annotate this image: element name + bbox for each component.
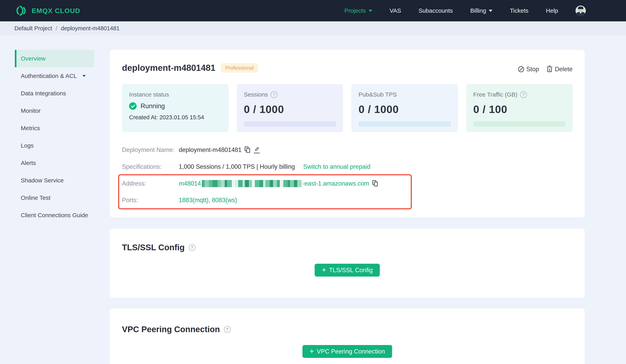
sidebar-item-label: Authentication & ACL bbox=[21, 73, 77, 79]
deployment-actions: Stop Delete bbox=[518, 66, 573, 73]
censored-pixel-block bbox=[290, 180, 294, 187]
sidebar-item-label: Monitor bbox=[21, 108, 40, 114]
sidebar-item-logs[interactable]: Logs bbox=[15, 137, 94, 154]
deployment-name-value: deployment-m4801481 ✎ bbox=[179, 146, 260, 153]
deployment-name-text: deployment-m4801481 bbox=[179, 146, 241, 153]
tls-ssl-title-row: TLS/SSL Config ? bbox=[122, 243, 196, 252]
tls-ssl-section: TLS/SSL Config ? + TLS/SSL Config bbox=[110, 228, 585, 298]
switch-annual-prepaid-link[interactable]: Switch to annual prepaid bbox=[303, 163, 370, 170]
nav-item-label: Billing bbox=[470, 7, 486, 14]
censored-pixel-block bbox=[232, 180, 235, 187]
censored-pixel-block bbox=[283, 180, 288, 187]
address-prefix: m48014 bbox=[179, 180, 201, 187]
sidebar: Overview Authentication & ACL Data Integ… bbox=[15, 50, 94, 224]
trash-icon bbox=[547, 66, 552, 73]
stop-icon bbox=[518, 66, 524, 72]
nav-item-tickets[interactable]: Tickets bbox=[510, 7, 528, 14]
sidebar-item-client-connections-guide[interactable]: Client Connections Guide bbox=[15, 207, 94, 224]
sidebar-item-metrics[interactable]: Metrics bbox=[15, 119, 94, 137]
tps-label-row: Pub&Sub TPS bbox=[358, 91, 451, 98]
vpc-peering-title-row: VPC Peering Connection ? bbox=[122, 325, 231, 334]
address-value: m48014 -east-1.amazonaws.com bbox=[179, 180, 378, 187]
specifications-text: 1,000 Sessions / 1,000 TPS | Hourly bill… bbox=[179, 163, 295, 170]
stop-label: Stop bbox=[526, 66, 539, 73]
nav-item-label: Subaccounts bbox=[419, 7, 453, 14]
sidebar-item-alerts[interactable]: Alerts bbox=[15, 154, 94, 172]
free-traffic-card: Free Traffic (GB) ? 0 / 100 bbox=[466, 84, 573, 132]
emqx-logo-icon bbox=[15, 5, 27, 16]
address-row: Address: m48014 -east-1.amazonaws.com bbox=[122, 179, 378, 188]
plus-icon: + bbox=[322, 266, 326, 274]
specifications-row: Specifications: 1,000 Sessions / 1,000 T… bbox=[122, 162, 370, 171]
nav-item-subaccounts[interactable]: Subaccounts bbox=[419, 7, 453, 14]
pubsub-tps-card: Pub&Sub TPS 0 / 1000 bbox=[352, 84, 458, 132]
sidebar-item-label: Alerts bbox=[21, 160, 36, 166]
stop-button[interactable]: Stop bbox=[518, 66, 539, 73]
censored-pixel-block bbox=[225, 180, 227, 187]
sessions-value: 0 / 1000 bbox=[244, 103, 336, 115]
top-nav: EMQX CLOUD Projects VAS Subaccounts Bill… bbox=[0, 0, 626, 21]
nav-item-help[interactable]: Help bbox=[546, 7, 558, 14]
censored-pixel-block bbox=[266, 180, 270, 187]
add-tls-ssl-config-button[interactable]: + TLS/SSL Config bbox=[314, 264, 380, 277]
nav-item-label: VAS bbox=[390, 7, 401, 14]
sidebar-item-label: Online Test bbox=[21, 194, 50, 201]
censored-pixel-block bbox=[249, 180, 252, 187]
nav-item-billing[interactable]: Billing bbox=[470, 7, 492, 14]
sidebar-item-shadow-service[interactable]: Shadow Service bbox=[15, 172, 94, 189]
sidebar-item-monitor[interactable]: Monitor bbox=[15, 102, 94, 119]
sidebar-item-label: Overview bbox=[21, 55, 45, 62]
brand[interactable]: EMQX CLOUD bbox=[15, 5, 80, 16]
avatar-hair bbox=[578, 6, 584, 9]
check-circle-icon bbox=[129, 102, 137, 110]
censored-pixel-block bbox=[277, 180, 280, 187]
deployment-title: deployment-m4801481 bbox=[122, 63, 215, 73]
user-avatar[interactable] bbox=[576, 5, 586, 16]
help-icon[interactable]: ? bbox=[189, 244, 196, 251]
deployment-name-row: Deployment Name: deployment-m4801481 ✎ bbox=[122, 146, 260, 154]
help-icon[interactable]: ? bbox=[224, 326, 231, 333]
sidebar-item-overview[interactable]: Overview bbox=[15, 50, 94, 67]
tls-ssl-title: TLS/SSL Config bbox=[122, 243, 185, 252]
delete-label: Delete bbox=[555, 66, 573, 73]
plus-icon: + bbox=[310, 347, 314, 355]
help-icon[interactable]: ? bbox=[271, 91, 277, 98]
sidebar-item-online-test[interactable]: Online Test bbox=[15, 189, 94, 207]
censored-pixel-block bbox=[204, 180, 209, 187]
sidebar-item-label: Client Connections Guide bbox=[21, 212, 88, 218]
nav-item-projects[interactable]: Projects bbox=[345, 7, 372, 14]
breadcrumb-project[interactable]: Default Project bbox=[14, 25, 52, 32]
address-label: Address: bbox=[122, 180, 179, 187]
edit-pencil-icon[interactable]: ✎ bbox=[254, 146, 260, 153]
tps-value: 0 / 1000 bbox=[358, 103, 451, 115]
copy-icon[interactable] bbox=[372, 180, 378, 187]
chevron-down-icon bbox=[489, 10, 492, 12]
traffic-label-row: Free Traffic (GB) ? bbox=[473, 91, 566, 98]
censored-pixel-block bbox=[212, 180, 218, 187]
deployment-overview-card: deployment-m4801481 Professional Stop De… bbox=[110, 50, 585, 218]
tps-progress-bar bbox=[358, 121, 451, 127]
sidebar-item-label: Shadow Service bbox=[21, 177, 64, 184]
censored-pixel-block bbox=[260, 180, 263, 187]
stats-row: Instance status Running Created At: 2023… bbox=[122, 84, 573, 132]
censored-pixel-block bbox=[245, 180, 249, 187]
traffic-value: 0 / 100 bbox=[473, 103, 566, 115]
instance-status-value: Running bbox=[129, 102, 221, 110]
add-vpc-peering-connection-button[interactable]: + VPC Peering Connection bbox=[303, 345, 392, 358]
sidebar-item-data-integrations[interactable]: Data Integrations bbox=[15, 85, 94, 102]
sessions-progress-bar bbox=[244, 121, 336, 127]
censored-pixel-block bbox=[218, 180, 221, 187]
copy-icon[interactable] bbox=[245, 146, 251, 153]
vpc-peering-section: VPC Peering Connection ? + VPC Peering C… bbox=[110, 308, 585, 364]
nav-item-vas[interactable]: VAS bbox=[390, 7, 401, 14]
instance-status-card: Instance status Running Created At: 2023… bbox=[122, 84, 229, 132]
ports-value: 1883(mqtt), 8083(ws) bbox=[179, 197, 237, 204]
traffic-progress-bar bbox=[473, 121, 566, 127]
help-icon[interactable]: ? bbox=[520, 91, 527, 98]
delete-button[interactable]: Delete bbox=[547, 66, 573, 73]
sidebar-item-authentication-acl[interactable]: Authentication & ACL bbox=[15, 67, 94, 85]
specifications-label: Specifications: bbox=[122, 163, 179, 170]
censored-pixel-block bbox=[280, 180, 283, 187]
nav-item-label: Projects bbox=[345, 7, 366, 14]
chevron-down-icon bbox=[369, 10, 372, 12]
